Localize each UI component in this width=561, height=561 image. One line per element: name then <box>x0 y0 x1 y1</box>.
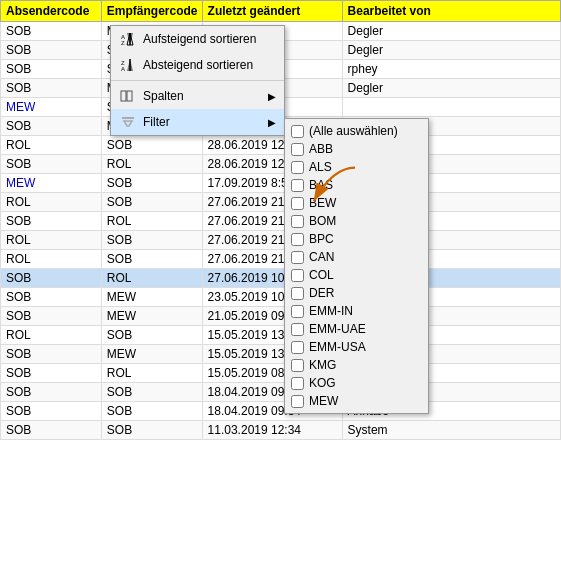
spalten-icon <box>119 87 137 105</box>
table-row: System <box>342 421 560 440</box>
filter-option-BAS[interactable]: BAS <box>285 176 428 194</box>
filter-label-all: (Alle auswählen) <box>309 124 398 138</box>
filter-label-EMM-UAE: EMM-UAE <box>309 322 366 336</box>
filter-label-CAN: CAN <box>309 250 334 264</box>
col-header-zuletzt[interactable]: Zuletzt geändert <box>202 1 342 22</box>
filter-icon <box>119 113 137 131</box>
table-row: rphey <box>342 60 560 79</box>
filter-submenu: (Alle auswählen)ABBALSBASBEWBOMBPCCANCOL… <box>284 118 429 414</box>
table-row: SOB <box>101 231 202 250</box>
col-header-absendercode[interactable]: Absendercode <box>1 1 102 22</box>
filter-option-DER[interactable]: DER <box>285 284 428 302</box>
table-row: Degler <box>342 79 560 98</box>
table-row: ROL <box>1 136 102 155</box>
filter-option-BOM[interactable]: BOM <box>285 212 428 230</box>
filter-checkbox-COL[interactable] <box>291 269 304 282</box>
table-row: SOB <box>1 60 102 79</box>
table-row: ROL <box>101 155 202 174</box>
filter-label-KMG: KMG <box>309 358 336 372</box>
table-row: SOB <box>1 307 102 326</box>
table-row: SOB <box>1 383 102 402</box>
table-row: MEW <box>101 345 202 364</box>
table-row: SOB <box>101 250 202 269</box>
filter-option-CAN[interactable]: CAN <box>285 248 428 266</box>
filter-checkbox-all[interactable] <box>291 125 304 138</box>
svg-rect-11 <box>122 117 134 119</box>
col-header-empfaengercode[interactable]: Empfängercode ▼ <box>101 1 202 22</box>
filter-label-EMM-IN: EMM-IN <box>309 304 353 318</box>
table-row: ROL <box>101 364 202 383</box>
filter-option-BPC[interactable]: BPC <box>285 230 428 248</box>
filter-label-DER: DER <box>309 286 334 300</box>
filter-checkbox-BPC[interactable] <box>291 233 304 246</box>
filter-label-KOG: KOG <box>309 376 336 390</box>
table-row: SOB <box>101 193 202 212</box>
table-row <box>342 98 560 117</box>
table-row: ROL <box>1 326 102 345</box>
spalten-item[interactable]: Spalten ▶ <box>111 83 284 109</box>
filter-option-KOG[interactable]: KOG <box>285 374 428 392</box>
table-row: SOB <box>1 345 102 364</box>
table-row: SOB <box>1 79 102 98</box>
table-row: SOB <box>101 174 202 193</box>
spalten-label: Spalten <box>143 89 268 103</box>
table-row: SOB <box>1 117 102 136</box>
table-row: SOB <box>1 421 102 440</box>
filter-checkbox-EMM-USA[interactable] <box>291 341 304 354</box>
table-row: SOB <box>101 136 202 155</box>
filter-option-EMM-UAE[interactable]: EMM-UAE <box>285 320 428 338</box>
table-row: SOB <box>1 212 102 231</box>
svg-marker-12 <box>124 121 132 126</box>
filter-checkbox-KMG[interactable] <box>291 359 304 372</box>
filter-checkbox-EMM-UAE[interactable] <box>291 323 304 336</box>
filter-option-MEW[interactable]: MEW <box>285 392 428 410</box>
filter-label: Filter <box>143 115 268 129</box>
table-row: MEW <box>1 174 102 193</box>
svg-text:A: A <box>121 66 125 72</box>
filter-checkbox-ALS[interactable] <box>291 161 304 174</box>
svg-rect-10 <box>127 91 132 101</box>
filter-option-all[interactable]: (Alle auswählen) <box>285 122 428 140</box>
filter-option-ABB[interactable]: ABB <box>285 140 428 158</box>
menu-separator <box>111 80 284 81</box>
filter-option-BEW[interactable]: BEW <box>285 194 428 212</box>
filter-checkbox-DER[interactable] <box>291 287 304 300</box>
filter-option-EMM-IN[interactable]: EMM-IN <box>285 302 428 320</box>
table-row: SOB <box>1 22 102 41</box>
col-header-bearbeitet[interactable]: Bearbeitet von <box>342 1 560 22</box>
table-row: SOB <box>1 402 102 421</box>
filter-checkbox-BOM[interactable] <box>291 215 304 228</box>
filter-label-BAS: BAS <box>309 178 333 192</box>
filter-option-COL[interactable]: COL <box>285 266 428 284</box>
filter-checkbox-EMM-IN[interactable] <box>291 305 304 318</box>
filter-checkbox-BAS[interactable] <box>291 179 304 192</box>
filter-item[interactable]: Filter ▶ <box>111 109 284 135</box>
spalten-submenu-arrow: ▶ <box>268 91 276 102</box>
filter-checkbox-BEW[interactable] <box>291 197 304 210</box>
table-row: Degler <box>342 22 560 41</box>
table-row: SOB <box>1 155 102 174</box>
sort-asc-item[interactable]: A Z Aufsteigend sortieren <box>111 26 284 52</box>
filter-checkbox-ABB[interactable] <box>291 143 304 156</box>
table-row: Degler <box>342 41 560 60</box>
sort-desc-item[interactable]: Z A Absteigend sortieren <box>111 52 284 78</box>
filter-label-EMM-USA: EMM-USA <box>309 340 366 354</box>
table-row: ROL <box>101 212 202 231</box>
svg-rect-9 <box>121 91 126 101</box>
filter-checkbox-MEW[interactable] <box>291 395 304 408</box>
filter-option-ALS[interactable]: ALS <box>285 158 428 176</box>
svg-text:Z: Z <box>121 40 125 46</box>
table-row: ROL <box>1 231 102 250</box>
table-row: SOB <box>101 402 202 421</box>
filter-option-KMG[interactable]: KMG <box>285 356 428 374</box>
filter-checkbox-CAN[interactable] <box>291 251 304 264</box>
filter-label-COL: COL <box>309 268 334 282</box>
filter-checkbox-KOG[interactable] <box>291 377 304 390</box>
table-row: ROL <box>1 193 102 212</box>
sort-asc-label: Aufsteigend sortieren <box>143 32 276 46</box>
filter-label-BOM: BOM <box>309 214 336 228</box>
filter-option-EMM-USA[interactable]: EMM-USA <box>285 338 428 356</box>
filter-label-MEW: MEW <box>309 394 338 408</box>
filter-label-BPC: BPC <box>309 232 334 246</box>
table-row: ROL <box>101 269 202 288</box>
